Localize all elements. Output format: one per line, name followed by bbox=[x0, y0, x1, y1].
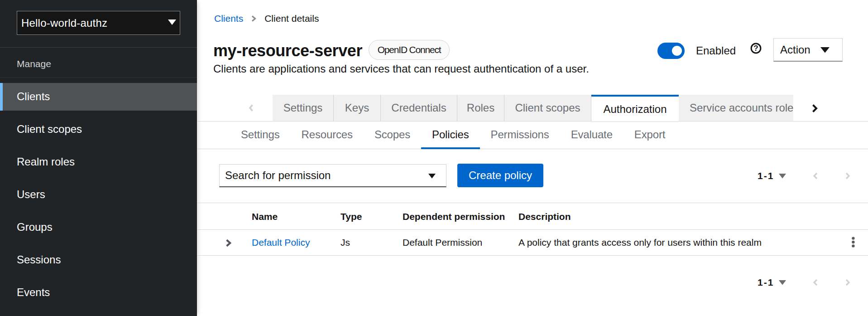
svg-text:?: ? bbox=[753, 44, 758, 53]
